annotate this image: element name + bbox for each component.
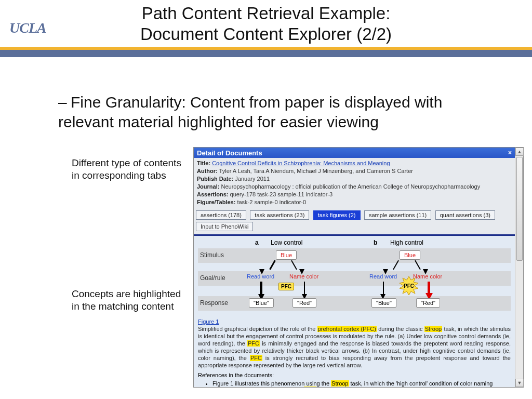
figure-grid: Stimulus Goal/rule Response Blue Read wo… — [198, 248, 511, 316]
figure-label-low: Low control — [271, 239, 302, 246]
doc-title-link[interactable]: Cognitive Control Deficits in Schizophre… — [212, 160, 390, 166]
divider-blue — [0, 50, 532, 57]
figure-label-a: a — [255, 239, 259, 246]
tab-input-phenowiki[interactable]: Input to PhenoWiki — [196, 222, 253, 231]
panel-title: Detail of Documents — [197, 149, 262, 157]
title-line-2: Document Content Explorer (2/2) — [0, 24, 532, 45]
tab-assertions[interactable]: assertions (178) — [196, 210, 246, 220]
tab-task-figures[interactable]: task figures (2) — [313, 210, 361, 220]
scroll-down-icon[interactable]: ▼ — [515, 379, 524, 387]
close-icon[interactable]: × — [508, 149, 512, 156]
references-block: References in the documents: Figure 1 il… — [198, 372, 511, 387]
figure-link[interactable]: Figure 1 — [198, 318, 219, 325]
resp-blue-right: "Blue" — [371, 298, 396, 308]
resp-red-left: "Red" — [292, 298, 316, 308]
tab-quant-assertions[interactable]: quant assertions (3) — [435, 210, 495, 220]
goal-read-left: Read word — [247, 273, 274, 280]
scroll-up-icon[interactable]: ▲ — [515, 148, 524, 156]
pfc-box-left: PFC — [278, 283, 294, 290]
figure-area: a Low control b High control Stimulus Go… — [194, 234, 515, 387]
tab-task-assertions[interactable]: task assertions (23) — [250, 210, 309, 220]
pfc-sun-icon: PFC — [400, 276, 418, 295]
goal-name-left: Name color — [289, 273, 318, 280]
resp-red-right: "Red" — [416, 298, 440, 308]
annotation-tabs: Different type of contents in correspond… — [72, 157, 186, 182]
tab-sample-assertions[interactable]: sample assertions (11) — [364, 210, 431, 220]
scrollbar[interactable]: ▲ ▼ — [515, 148, 523, 387]
doc-metadata: Title: Cognitive Control Deficits in Sch… — [194, 158, 515, 208]
resp-blue-left: "Blue" — [249, 298, 274, 308]
annotation-highlight: Concepts are highlighted in the matching… — [72, 288, 186, 313]
figure-label-high: High control — [390, 239, 423, 246]
stim-blue-left: Blue — [276, 250, 297, 260]
scroll-thumb[interactable] — [516, 157, 523, 261]
tab-bar: assertions (178) task assertions (23) ta… — [194, 208, 515, 234]
figure-label-b: b — [374, 239, 377, 246]
slide-title: Path Content Retrieval Example: Document… — [0, 3, 532, 45]
bullet-text: –Fine Granularity: Content from paper is… — [58, 92, 489, 132]
row-stimulus: Stimulus — [200, 251, 224, 259]
goal-read-right: Read word — [369, 273, 397, 280]
title-line-1: Path Content Retrieval Example: — [0, 3, 532, 24]
row-response: Response — [200, 299, 228, 307]
reference-item: Figure 1 illustrates this phenomenon usi… — [212, 380, 511, 387]
row-goal: Goal/rule — [200, 274, 225, 282]
figure-caption: Figure 1 Simplified graphical depiction … — [198, 318, 511, 369]
detail-panel: ▲ ▼ Detail of Documents × Title: Cogniti… — [193, 147, 524, 388]
stim-blue-right: Blue — [400, 250, 420, 260]
